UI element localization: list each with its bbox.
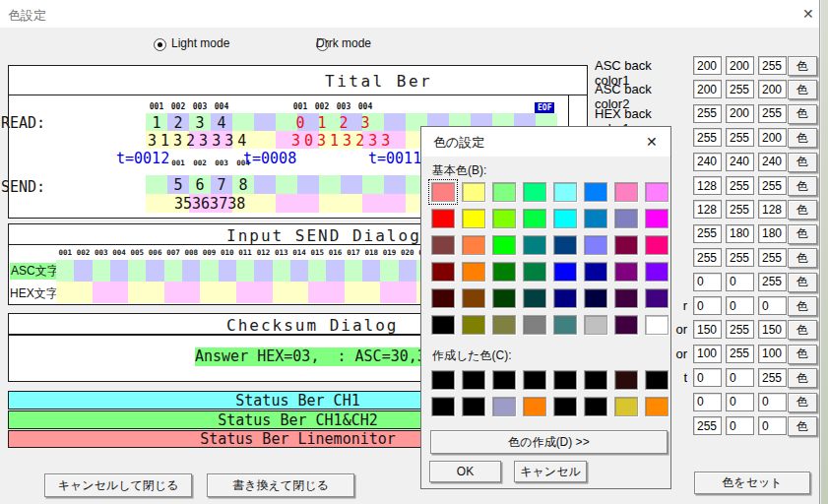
basic-color-swatch[interactable]: [462, 235, 485, 255]
custom-color-swatch[interactable]: [584, 370, 607, 390]
basic-color-swatch[interactable]: [523, 235, 546, 255]
basic-color-swatch[interactable]: [584, 182, 607, 202]
custom-color-swatch[interactable]: [431, 397, 455, 416]
rgb-g-input[interactable]: [726, 224, 754, 243]
rgb-r-input[interactable]: [693, 153, 722, 171]
custom-color-swatch[interactable]: [645, 370, 669, 390]
custom-color-swatch[interactable]: [645, 397, 669, 416]
dialog-close-icon[interactable]: ✕: [646, 135, 658, 149]
basic-color-swatch[interactable]: [645, 235, 669, 255]
cancel-close-button[interactable]: キャンセルして閉じる: [44, 473, 192, 497]
basic-color-swatch[interactable]: [614, 315, 638, 335]
rgb-r-input[interactable]: [693, 176, 722, 195]
rgb-g-input[interactable]: [726, 393, 754, 411]
pick-color-button[interactable]: 色: [788, 224, 817, 244]
basic-color-swatch[interactable]: [431, 209, 455, 228]
rgb-g-input[interactable]: [726, 296, 754, 315]
basic-color-swatch[interactable]: [584, 262, 607, 282]
basic-color-swatch[interactable]: [645, 262, 669, 282]
basic-color-swatch[interactable]: [462, 262, 485, 282]
pick-color-button[interactable]: 色: [788, 248, 817, 268]
light-mode-radio[interactable]: [154, 38, 166, 51]
basic-color-swatch[interactable]: [492, 235, 516, 255]
custom-color-swatch[interactable]: [431, 370, 455, 390]
pick-color-button[interactable]: 色: [788, 393, 817, 412]
rgb-g-input[interactable]: [726, 176, 754, 195]
pick-color-button[interactable]: 色: [788, 368, 817, 388]
rgb-b-input[interactable]: [758, 153, 787, 171]
rgb-b-input[interactable]: [758, 128, 787, 147]
pick-color-button[interactable]: 色: [788, 416, 817, 436]
rgb-r-input[interactable]: [693, 248, 722, 267]
custom-color-swatch[interactable]: [462, 370, 485, 390]
custom-color-swatch[interactable]: [614, 397, 638, 416]
basic-color-swatch[interactable]: [553, 315, 577, 335]
rgb-g-input[interactable]: [726, 248, 754, 267]
basic-color-swatch[interactable]: [584, 288, 607, 308]
custom-color-swatch[interactable]: [492, 370, 516, 390]
basic-color-swatch[interactable]: [431, 288, 455, 308]
rgb-b-input[interactable]: [758, 368, 787, 387]
basic-color-swatch[interactable]: [492, 262, 516, 282]
rgb-r-input[interactable]: [693, 320, 722, 339]
rgb-b-input[interactable]: [758, 320, 787, 339]
rgb-b-input[interactable]: [758, 345, 787, 363]
rgb-r-input[interactable]: [693, 224, 722, 243]
basic-color-swatch[interactable]: [523, 262, 546, 282]
pick-color-button[interactable]: 色: [788, 56, 817, 76]
basic-color-swatch[interactable]: [614, 209, 638, 228]
rgb-g-input[interactable]: [726, 153, 754, 171]
basic-color-swatch[interactable]: [431, 182, 455, 202]
rgb-g-input[interactable]: [726, 56, 754, 75]
pick-color-button[interactable]: 色: [788, 296, 817, 316]
custom-color-swatch[interactable]: [584, 397, 607, 416]
custom-color-swatch[interactable]: [462, 397, 485, 416]
basic-color-swatch[interactable]: [645, 288, 669, 308]
pick-color-button[interactable]: 色: [788, 200, 817, 220]
pick-color-button[interactable]: 色: [788, 320, 817, 340]
basic-color-swatch[interactable]: [614, 288, 638, 308]
custom-color-swatch[interactable]: [553, 397, 577, 416]
ok-button[interactable]: OK: [429, 461, 501, 482]
basic-color-swatch[interactable]: [431, 315, 455, 335]
basic-color-swatch[interactable]: [462, 209, 485, 228]
basic-color-swatch[interactable]: [553, 209, 577, 228]
set-color-button[interactable]: 色をセット: [694, 472, 810, 494]
rgb-r-input[interactable]: [693, 128, 722, 147]
rgb-g-input[interactable]: [726, 320, 754, 339]
basic-color-swatch[interactable]: [645, 182, 669, 202]
rgb-r-input[interactable]: [693, 345, 722, 363]
custom-color-swatch[interactable]: [492, 397, 516, 416]
basic-color-swatch[interactable]: [584, 315, 607, 335]
pick-color-button[interactable]: 色: [788, 128, 817, 148]
dialog-cancel-button[interactable]: キャンセル: [514, 461, 587, 482]
custom-color-swatch[interactable]: [614, 370, 638, 390]
rgb-g-input[interactable]: [726, 200, 754, 219]
rgb-b-input[interactable]: [758, 104, 787, 123]
define-custom-colors-button[interactable]: 色の作成(D) >>: [430, 430, 668, 454]
rgb-b-input[interactable]: [758, 393, 787, 411]
basic-color-swatch[interactable]: [431, 235, 455, 255]
rgb-r-input[interactable]: [693, 296, 722, 315]
rgb-b-input[interactable]: [758, 248, 787, 267]
rgb-b-input[interactable]: [758, 296, 787, 315]
close-icon[interactable]: ✕: [802, 7, 814, 21]
basic-color-swatch[interactable]: [523, 182, 546, 202]
custom-color-swatch[interactable]: [523, 397, 546, 416]
pick-color-button[interactable]: 色: [788, 273, 817, 292]
pick-color-button[interactable]: 色: [788, 176, 817, 196]
basic-color-swatch[interactable]: [614, 235, 638, 255]
basic-color-swatch[interactable]: [462, 288, 485, 308]
rgb-b-input[interactable]: [758, 273, 787, 291]
rewrite-close-button[interactable]: 書き換えて閉じる: [207, 473, 354, 497]
basic-color-swatch[interactable]: [492, 209, 516, 228]
basic-color-swatch[interactable]: [492, 288, 516, 308]
basic-color-swatch[interactable]: [614, 182, 638, 202]
custom-color-swatch[interactable]: [523, 370, 546, 390]
pick-color-button[interactable]: 色: [788, 345, 817, 364]
basic-color-swatch[interactable]: [614, 262, 638, 282]
rgb-g-input[interactable]: [726, 345, 754, 363]
rgb-g-input[interactable]: [726, 273, 754, 291]
rgb-b-input[interactable]: [758, 80, 787, 98]
basic-color-swatch[interactable]: [462, 182, 485, 202]
